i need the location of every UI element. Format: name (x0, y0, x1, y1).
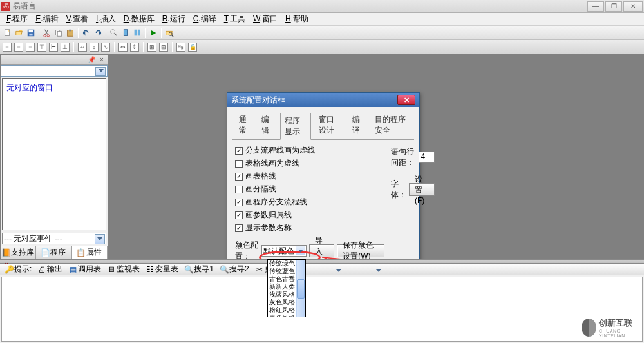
size-h-icon[interactable]: ↕ (90, 43, 99, 52)
line-spacing-input[interactable]: 4 (419, 152, 435, 163)
btab-hint[interactable]: 🔑提示: (3, 264, 34, 275)
menu-tools[interactable]: T.工具 (220, 12, 249, 26)
menu-view[interactable]: V.查看 (62, 12, 92, 26)
checkbox-draw-grid[interactable]: ✓ (235, 173, 243, 181)
checkbox-draw-divider[interactable] (235, 186, 243, 193)
checkbox-label: 表格线画为虚线 (245, 158, 299, 169)
svg-rect-3 (29, 30, 33, 32)
dialog-titlebar[interactable]: 系统配置对话框 ✕ (227, 93, 419, 107)
run-icon[interactable] (148, 28, 158, 38)
save-color-button[interactable]: 保存颜色设置(W) (337, 244, 384, 257)
menu-window[interactable]: W.窗口 (249, 12, 281, 26)
panel-top-select[interactable] (1, 65, 108, 77)
maximize-button[interactable]: ❐ (605, 1, 622, 12)
new-file-icon[interactable] (3, 28, 13, 38)
checkbox-label: 画程序分支流程线 (245, 197, 307, 208)
dialog-tabs: 通常 编辑 程序显示 窗口设计 编译 目的程序安全 (232, 111, 414, 140)
scrollbar-thumb[interactable] (297, 279, 305, 299)
svg-rect-15 (124, 29, 127, 35)
menu-run[interactable]: R.运行 (158, 12, 189, 26)
bookmark2-icon[interactable] (132, 28, 142, 38)
checkbox-param-ownership[interactable]: ✓ (235, 211, 243, 219)
pin-icon[interactable]: 📌 (87, 56, 96, 64)
checkbox-draw-branch[interactable]: ✓ (235, 199, 243, 206)
tab-compile[interactable]: 编译 (348, 112, 367, 139)
color-scheme-dropdown[interactable]: 传统绿色 传统蓝色 古色古香 新新人类 浅蓝风格 灰色风格 粉红风格 青色风格 … (267, 259, 306, 317)
align-top-icon[interactable]: ⊤ (37, 43, 46, 52)
main-toolbar (0, 26, 644, 40)
btab-watch[interactable]: 🖥监视表 (105, 264, 142, 275)
import-button[interactable]: 导入(I) (309, 244, 335, 257)
color-config-combo[interactable]: 默认配色 (261, 245, 307, 257)
center-v-icon[interactable]: ⊟ (159, 43, 168, 52)
panel-tab-support[interactable]: 📙支持库 (1, 246, 36, 259)
dialog-close-icon[interactable]: ✕ (397, 95, 415, 105)
align-left-icon[interactable]: ≡ (3, 43, 12, 52)
tab-order-icon[interactable]: ↹ (176, 43, 185, 52)
undo-icon[interactable] (81, 28, 91, 38)
align-bottom-icon[interactable]: ⊥ (61, 43, 70, 52)
menu-insert[interactable]: I.插入 (92, 12, 120, 26)
dropdown-scrollbar[interactable] (296, 260, 305, 317)
checkbox-label: 分支流程线画为虚线 (245, 145, 315, 156)
svg-rect-0 (5, 29, 10, 35)
menu-help[interactable]: H.帮助 (281, 12, 312, 26)
menu-compile[interactable]: C.编译 (189, 12, 220, 26)
dist-h-icon[interactable]: ⇔ (118, 43, 128, 52)
minimize-button[interactable]: — (587, 1, 604, 12)
align-middle-icon[interactable]: ⊢ (49, 43, 58, 52)
redo-icon[interactable] (93, 28, 103, 38)
dist-v-icon[interactable]: ⇕ (130, 43, 139, 52)
panel-tab-program[interactable]: 📄程序 (36, 246, 71, 259)
size-w-icon[interactable]: ↔ (78, 43, 87, 52)
center-h-icon[interactable]: ⊞ (147, 43, 156, 52)
tab-window-design[interactable]: 窗口设计 (315, 112, 345, 139)
panel-event-select[interactable]: --- 无对应事件 --- (2, 233, 106, 244)
align-right-icon[interactable]: ≡ (26, 43, 35, 52)
size-wh-icon[interactable]: ⤡ (101, 43, 110, 52)
folder-search-icon[interactable] (164, 28, 175, 38)
bookmark-icon[interactable] (120, 28, 131, 38)
logo-text: 创新互联 (599, 317, 639, 329)
save-icon[interactable] (26, 28, 36, 38)
close-button[interactable]: ✕ (623, 1, 643, 12)
table-icon: ▤ (69, 266, 77, 273)
checkbox-label: 画分隔线 (245, 184, 276, 195)
svg-rect-8 (57, 31, 61, 36)
menu-edit[interactable]: E.编辑 (32, 12, 62, 26)
paste-icon[interactable] (65, 28, 75, 38)
tab-security[interactable]: 目的程序安全 (371, 112, 412, 139)
lock-icon[interactable]: 🔒 (188, 43, 197, 52)
font-settings-button[interactable]: 设置(F) (409, 183, 435, 196)
find-icon[interactable] (109, 28, 119, 38)
checkbox-show-param-name[interactable]: ✓ (235, 224, 243, 232)
btab-output[interactable]: 🖨输出 (35, 264, 65, 275)
copy-icon[interactable] (53, 28, 64, 38)
scissors-icon: ✂ (256, 266, 263, 273)
open-file-icon[interactable] (14, 28, 24, 38)
btab-vars[interactable]: ☷变量表 (144, 264, 181, 275)
cut-icon[interactable] (42, 28, 52, 38)
btab-calltable[interactable]: ▤调用表 (66, 264, 104, 275)
checkbox-branch-dashed[interactable]: ✓ (235, 147, 243, 155)
watermark-logo: 创新互联 CHUANG XINTELIAN (582, 317, 639, 338)
app-icon: 易 (1, 2, 10, 11)
tab-program-display[interactable]: 程序显示 (280, 113, 311, 140)
bottom-panel: × 🔑提示: 🖨输出 ▤调用表 🖥监视表 ☷变量表 🔍搜寻1 🔍搜寻2 ✂剪辑历… (0, 259, 644, 343)
menu-database[interactable]: D.数据库 (120, 12, 158, 26)
svg-rect-17 (138, 29, 140, 35)
panel-tab-properties[interactable]: 📋属性 (72, 246, 108, 259)
tab-edit[interactable]: 编辑 (258, 112, 276, 139)
dialog-title: 系统配置对话框 (231, 95, 397, 106)
align-center-icon[interactable]: ≡ (14, 43, 23, 52)
btab-search1[interactable]: 🔍搜寻1 (182, 264, 216, 275)
tab-general[interactable]: 通常 (235, 112, 254, 139)
btab-search2[interactable]: 🔍搜寻2 (218, 264, 252, 275)
svg-line-20 (172, 35, 174, 37)
doc-icon: 📄 (41, 249, 49, 257)
panel-tabs: 📙支持库 📄程序 📋属性 (1, 246, 108, 259)
panel-close-icon[interactable]: × (97, 56, 106, 64)
menu-program[interactable]: F.程序 (3, 12, 32, 26)
search-icon: 🔍 (185, 266, 193, 273)
checkbox-grid-dashed[interactable] (235, 160, 243, 168)
